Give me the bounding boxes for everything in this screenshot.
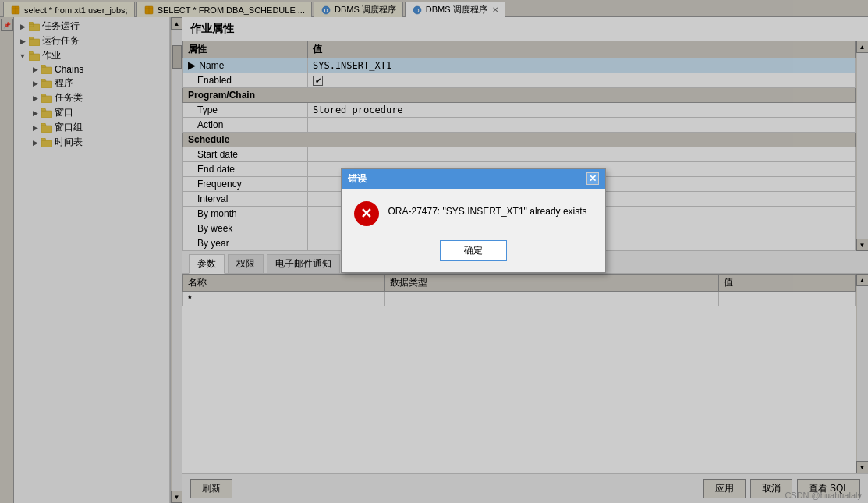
dialog-body: ✕ ORA-27477: "SYS.INSERT_XT1" already ex… [342,189,605,234]
error-dialog: 错误 ✕ ✕ ORA-27477: "SYS.INSERT_XT1" alrea… [341,168,606,273]
dialog-title: 错误 [348,172,367,186]
dialog-ok-button[interactable]: 确定 [440,240,507,261]
dialog-footer: 确定 [342,234,605,272]
dialog-message: ORA-27477: "SYS.INSERT_XT1" already exis… [388,201,593,218]
dialog-overlay: 错误 ✕ ✕ ORA-27477: "SYS.INSERT_XT1" alrea… [0,0,868,503]
dialog-title-bar: 错误 ✕ [342,169,605,189]
dialog-close-button[interactable]: ✕ [586,172,599,185]
error-x-mark: ✕ [360,207,372,221]
error-icon: ✕ [354,201,379,226]
